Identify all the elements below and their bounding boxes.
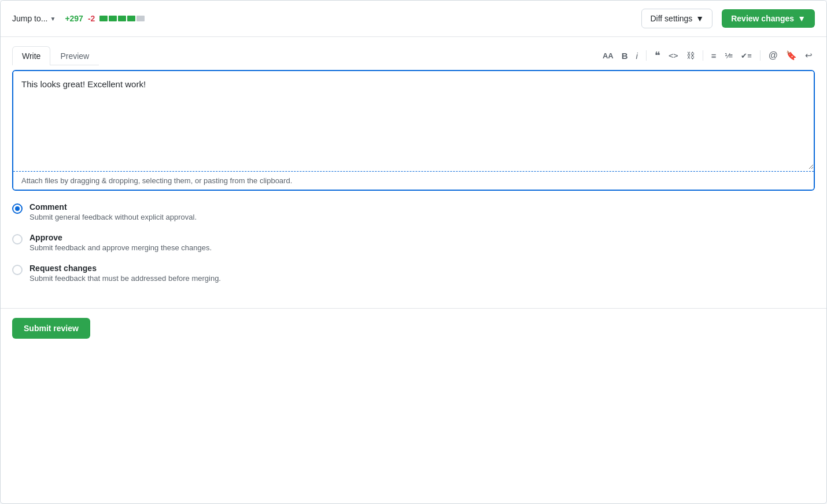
quote-icon: ❝ (655, 49, 660, 62)
reference-icon: 🔖 (786, 50, 797, 61)
submit-review-button[interactable]: Submit review (12, 318, 90, 339)
radio-title-request-changes: Request changes (29, 264, 221, 273)
bold-icon: B (622, 51, 628, 61)
editor-header: Write Preview AA B i (12, 46, 815, 65)
diff-bar-5 (136, 16, 145, 21)
additions-count: +297 (65, 14, 83, 23)
review-changes-chevron-icon: ▼ (798, 14, 806, 23)
toolbar-sep-1 (646, 50, 647, 61)
deletions-count: -2 (88, 14, 95, 23)
reply-icon: ↩ (805, 50, 813, 61)
diff-bar-2 (109, 16, 117, 21)
submit-area: Submit review (1, 308, 826, 348)
submit-review-label: Submit review (24, 324, 79, 333)
code-icon: <> (669, 51, 678, 60)
radio-option-request-changes[interactable]: Request changes Submit feedback that mus… (12, 264, 815, 283)
radio-title-approve: Approve (29, 233, 212, 242)
radio-button-approve[interactable] (12, 234, 23, 244)
toolbar-list-group: ≡ ⅟≡ ✔≡ (709, 50, 754, 62)
attach-hint-text: Attach files by dragging & dropping, sel… (21, 176, 292, 185)
toolbar-ordered-list-button[interactable]: ⅟≡ (722, 50, 736, 61)
text-editor-wrapper: Attach files by dragging & dropping, sel… (12, 70, 815, 191)
radio-desc-request-changes: Submit feedback that must be addressed b… (29, 274, 221, 283)
toolbar-tasklist-button[interactable]: ✔≡ (739, 50, 754, 61)
editor-area: Write Preview AA B i (1, 37, 826, 294)
editor-tabs: Write Preview (12, 46, 99, 65)
toolbar-unordered-list-button[interactable]: ≡ (709, 50, 719, 62)
radio-label-request-changes: Request changes Submit feedback that mus… (29, 264, 221, 283)
comment-textarea[interactable] (13, 71, 814, 169)
jump-to-label: Jump to... (12, 14, 47, 23)
jump-to-button[interactable]: Jump to... ▼ (12, 14, 56, 23)
link-icon: ⛓ (686, 51, 695, 60)
toolbar-reply-button[interactable]: ↩ (803, 49, 815, 62)
tab-write[interactable]: Write (12, 46, 50, 65)
radio-label-comment: Comment Submit general feedback without … (29, 202, 197, 221)
attach-hint-bar: Attach files by dragging & dropping, sel… (13, 171, 814, 190)
toolbar-bold-button[interactable]: B (619, 50, 630, 62)
tasklist-icon: ✔≡ (741, 51, 752, 60)
radio-option-approve[interactable]: Approve Submit feedback and approve merg… (12, 233, 815, 252)
review-options: Comment Submit general feedback without … (12, 202, 815, 283)
toolbar-text-group: AA B i (600, 50, 640, 62)
toolbar-code-button[interactable]: <> (666, 50, 681, 61)
toolbar-mention-button[interactable]: @ (766, 49, 780, 62)
jump-to-chevron-icon: ▼ (50, 16, 56, 22)
diff-bar-1 (99, 16, 108, 21)
italic-icon: i (636, 51, 638, 61)
tab-preview[interactable]: Preview (50, 46, 99, 65)
radio-label-approve: Approve Submit feedback and approve merg… (29, 233, 212, 252)
radio-desc-approve: Submit feedback and approve merging thes… (29, 243, 212, 252)
unordered-list-icon: ≡ (711, 51, 717, 61)
radio-button-comment[interactable] (12, 203, 23, 214)
radio-option-comment[interactable]: Comment Submit general feedback without … (12, 202, 815, 221)
ordered-list-icon: ⅟≡ (725, 51, 733, 60)
toolbar-quote-button[interactable]: ❝ (652, 48, 663, 63)
toolbar-sep-3 (760, 50, 760, 61)
radio-button-request-changes[interactable] (12, 265, 23, 275)
toolbar-italic-button[interactable]: i (634, 50, 640, 62)
heading-icon: AA (603, 51, 614, 60)
toolbar-link-button[interactable]: ⛓ (684, 50, 697, 61)
toolbar-format-group: ❝ <> ⛓ (652, 48, 697, 63)
review-changes-label: Review changes (731, 14, 794, 23)
radio-desc-comment: Submit general feedback without explicit… (29, 213, 197, 221)
toolbar-reference-button[interactable]: 🔖 (784, 49, 799, 62)
toolbar-heading-button[interactable]: AA (600, 50, 616, 61)
radio-title-comment: Comment (29, 202, 197, 212)
top-bar: Jump to... ▼ +297 -2 Diff settings ▼ Rev… (1, 1, 826, 37)
review-changes-button[interactable]: Review changes ▼ (722, 9, 815, 28)
diff-stats: +297 -2 (65, 14, 145, 23)
diff-settings-label: Diff settings (650, 14, 692, 23)
diff-bar-3 (118, 16, 126, 21)
diff-settings-chevron-icon: ▼ (696, 14, 704, 23)
toolbar-extras-group: @ 🔖 ↩ (766, 49, 815, 62)
diff-bars (99, 16, 145, 21)
diff-bar-4 (127, 16, 135, 21)
toolbar-sep-2 (703, 50, 703, 61)
diff-settings-button[interactable]: Diff settings ▼ (641, 9, 712, 28)
mention-icon: @ (769, 50, 778, 61)
